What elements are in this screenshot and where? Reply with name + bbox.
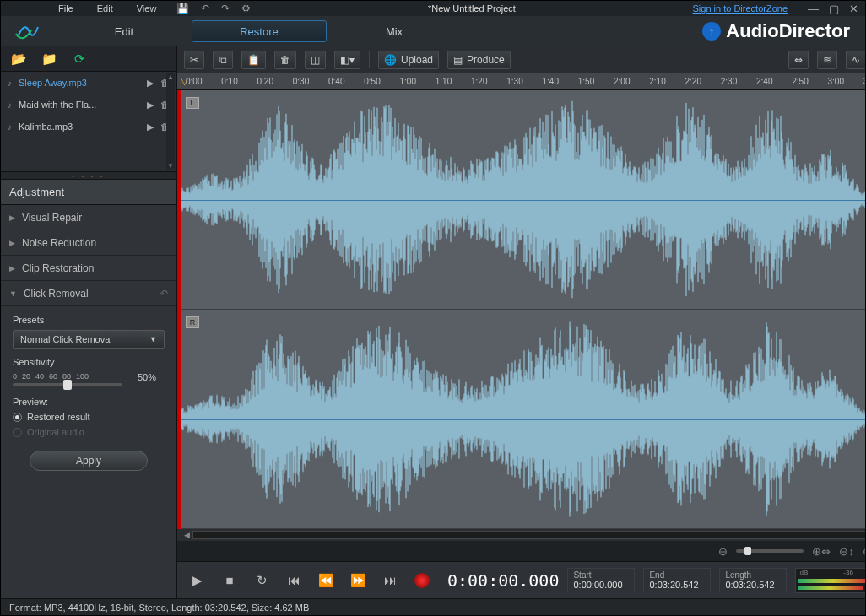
play-button[interactable]: ▶: [186, 569, 209, 592]
signin-link[interactable]: Sign in to DirectorZone: [693, 3, 788, 14]
upload-button[interactable]: 🌐Upload: [378, 51, 439, 69]
scroll-left-icon[interactable]: ◀: [181, 530, 192, 540]
settings-icon[interactable]: ⚙: [241, 3, 251, 14]
loop-button[interactable]: ↻: [250, 569, 273, 592]
brand-row: Edit Restore Mix ↑ AudioDirector: [1, 16, 865, 46]
chevron-down-icon: ▼: [9, 289, 17, 298]
tab-edit[interactable]: Edit: [57, 20, 192, 42]
apply-button[interactable]: Apply: [30, 451, 148, 471]
left-panel: 📂 📁 ⟳ ♪ Sleep Away.mp3 ▶ 🗑 ♪ Maid with t…: [1, 46, 177, 598]
tab-restore[interactable]: Restore: [192, 20, 327, 42]
selection-start[interactable]: Start0:00:00.000: [567, 568, 635, 592]
level-meter: dB-360: [795, 568, 865, 593]
radio-restored[interactable]: Restored result: [13, 412, 165, 422]
marker-button[interactable]: ◧▾: [334, 51, 360, 69]
preview-label: Preview:: [13, 397, 165, 407]
sensitivity-label: Sensitivity: [13, 357, 165, 367]
next-button[interactable]: ⏭: [378, 569, 402, 592]
sensitivity-value: 50: [138, 372, 148, 382]
adjust-visual-repair[interactable]: ▶Visual Repair: [1, 205, 176, 230]
view-freq-button[interactable]: ∿: [846, 51, 865, 69]
close-icon[interactable]: ✕: [849, 3, 858, 15]
file-row[interactable]: ♪ Sleep Away.mp3 ▶ 🗑: [1, 72, 176, 94]
play-file-icon[interactable]: ▶: [147, 78, 154, 89]
zoom-controls: ⊖ ⊕⇔ ⊖↕ ⊕↕ ⛶: [177, 541, 865, 561]
globe-icon: 🌐: [384, 54, 397, 66]
export-icon: ▤: [453, 54, 463, 66]
horizontal-scrollbar[interactable]: ◀ ▶: [177, 529, 865, 541]
undo-icon[interactable]: ↶: [160, 288, 168, 300]
window-title: *New Untitled Project: [271, 3, 672, 14]
paste-button[interactable]: 📋: [241, 51, 266, 69]
copy-button[interactable]: ⧉: [213, 51, 233, 69]
preset-dropdown[interactable]: Normal Click Removal ▼: [13, 330, 165, 349]
file-name: Sleep Away.mp3: [19, 78, 140, 88]
radio-icon: [13, 428, 22, 437]
refresh-icon[interactable]: ⟳: [70, 51, 89, 67]
waveform-area[interactable]: L R dB -3-6-12-18-∞-18-12-6-3 -3-6-12-18…: [177, 90, 865, 529]
minimize-icon[interactable]: —: [808, 3, 819, 15]
zoom-slider[interactable]: [736, 549, 804, 553]
channel-left[interactable]: L: [181, 90, 865, 310]
chevron-down-icon: ▼: [149, 335, 157, 343]
import-folder-icon[interactable]: 📁: [40, 51, 58, 67]
forward-button[interactable]: ⏩: [346, 569, 370, 592]
play-file-icon[interactable]: ▶: [147, 122, 154, 132]
tab-mix[interactable]: Mix: [327, 20, 462, 42]
file-scrollbar[interactable]: ▲ ▼: [166, 73, 175, 170]
slider-thumb[interactable]: [744, 547, 751, 555]
delete-button[interactable]: 🗑: [274, 51, 296, 69]
view-spectral-button[interactable]: ≋: [817, 51, 837, 69]
open-folder-icon[interactable]: 📂: [9, 51, 28, 67]
file-name: Maid with the Fla...: [19, 100, 140, 110]
zoom-out-v-icon[interactable]: ⊖↕: [839, 545, 854, 558]
sensitivity-slider[interactable]: [13, 383, 122, 386]
view-wave-button[interactable]: ⇔: [788, 51, 809, 69]
slider-thumb[interactable]: [63, 380, 72, 390]
note-icon: ♪: [8, 122, 12, 132]
upload-brand-icon: ↑: [702, 22, 721, 41]
save-icon[interactable]: 💾: [176, 3, 189, 14]
panel-resize-handle[interactable]: • • • •: [1, 171, 176, 180]
presets-label: Presets: [13, 315, 165, 325]
file-row[interactable]: ♪ Kalimba.mp3 ▶ 🗑: [1, 116, 176, 138]
cut-button[interactable]: ✂: [184, 51, 204, 69]
prev-button[interactable]: ⏮: [282, 569, 306, 592]
timeline-ruler[interactable]: ▽ 0:000:100:200:300:400:501:001:101:201:…: [177, 73, 865, 90]
produce-button[interactable]: ▤Produce: [447, 51, 511, 69]
brand-label: ↑ AudioDirector: [702, 20, 858, 42]
radio-original[interactable]: Original audio: [13, 427, 165, 437]
zoom-in-h-icon[interactable]: ⊕⇔: [812, 545, 831, 558]
adjust-noise-reduction[interactable]: ▶Noise Reduction: [1, 230, 176, 256]
play-file-icon[interactable]: ▶: [147, 100, 154, 111]
chevron-right-icon: ▶: [9, 213, 15, 222]
crop-button[interactable]: ◫: [305, 51, 326, 69]
menu-edit[interactable]: Edit: [97, 3, 113, 14]
undo-icon[interactable]: ↶: [201, 3, 209, 14]
zoom-in-v-icon[interactable]: ⊕↕: [863, 545, 865, 558]
transport-bar: ▶ ■ ↻ ⏮ ⏪ ⏩ ⏭ 0:00:00.000 Start0:00:00.0…: [177, 561, 865, 598]
file-name: Kalimba.mp3: [19, 122, 140, 132]
radio-icon: [13, 413, 22, 422]
adjust-click-removal[interactable]: ▼Click Removal↶: [1, 281, 176, 306]
adjustment-header: Adjustment: [1, 180, 176, 205]
titlebar: File Edit View 💾 ↶ ↷ ⚙ *New Untitled Pro…: [1, 1, 865, 16]
selection-end[interactable]: End0:03:20.542: [643, 568, 711, 592]
file-row[interactable]: ♪ Maid with the Fla... ▶ 🗑: [1, 94, 176, 116]
note-icon: ♪: [8, 100, 12, 110]
adjust-clip-restoration[interactable]: ▶Clip Restoration: [1, 256, 176, 281]
rewind-button[interactable]: ⏪: [314, 569, 338, 592]
menu-file[interactable]: File: [58, 3, 73, 14]
app-logo-icon: [8, 16, 48, 46]
chevron-right-icon: ▶: [9, 239, 15, 247]
redo-icon[interactable]: ↷: [221, 3, 230, 14]
channel-right[interactable]: R: [181, 310, 865, 529]
zoom-out-h-icon[interactable]: ⊖: [718, 545, 728, 558]
preset-value: Normal Click Removal: [20, 334, 112, 344]
record-button[interactable]: [410, 569, 434, 592]
menu-view[interactable]: View: [137, 3, 157, 14]
selection-length[interactable]: Length0:03:20.542: [719, 568, 787, 592]
editor-toolbar: ✂ ⧉ 📋 🗑 ◫ ◧▾ 🌐Upload ▤Produce ⇔ ≋ ∿ ▮▮: [177, 46, 865, 73]
maximize-icon[interactable]: ▢: [829, 3, 839, 15]
stop-button[interactable]: ■: [218, 569, 241, 592]
